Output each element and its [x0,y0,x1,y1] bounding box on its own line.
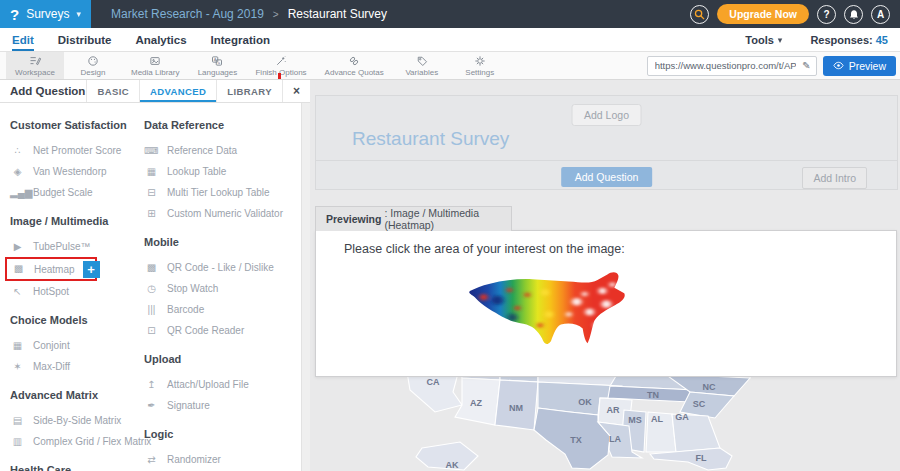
translate-icon: Aa [211,55,223,67]
bar-scale-icon: ▂▄▆ [10,188,25,198]
breadcrumb-parent[interactable]: Market Research - Aug 2019 [111,7,264,21]
tool-workspace[interactable]: Workspace [6,52,64,79]
tool-media-library[interactable]: Media Library [122,52,188,79]
tab-integration[interactable]: Integration [211,28,270,51]
panel-item-van-westendorp[interactable]: ◈Van Westendorp [10,161,144,182]
panel-item-custom-numeric-validator[interactable]: ⊞Custom Numeric Validator [144,203,300,224]
tab-distribute[interactable]: Distribute [58,28,112,51]
price-tag-icon: ◈ [10,167,25,177]
panel-item-signature[interactable]: ✒Signature [144,395,300,416]
panel-item-heatmap[interactable]: ▩Heatmap+ [5,257,97,281]
panel-item-label: Conjoint [33,340,70,351]
tab-analytics[interactable]: Analytics [135,28,186,51]
close-icon[interactable]: × [282,80,310,102]
add-question-panel: Add Question BASIC ADVANCED LIBRARY × Cu… [0,80,310,471]
edit-url-icon[interactable]: ✎ [802,60,810,71]
workspace-icon [29,55,41,67]
section-title-upload: Upload [144,353,300,365]
bell-icon [849,9,859,20]
links-icon [348,55,360,67]
nav-right: Tools ▾ Responses:45 [745,28,888,51]
panel-item-randomizer[interactable]: ⇄Randomizer [144,449,300,470]
tool-finish-options[interactable]: Finish Options [246,52,315,79]
panel-item-multi-tier-lookup-table[interactable]: ⊟Multi Tier Lookup Table [144,182,300,203]
panel-item-label: Van Westendorp [33,166,107,177]
add-intro-button[interactable]: Add Intro [802,167,867,189]
panel-item-net-promoter-score[interactable]: ∴Net Promoter Score [10,140,144,161]
add-logo-button[interactable]: Add Logo [571,104,642,126]
tool-languages[interactable]: Aa Languages [188,52,246,79]
panel-item-budget-scale[interactable]: ▂▄▆Budget Scale [10,182,144,203]
breadcrumb: Market Research - Aug 2019 > Restaurant … [111,7,387,21]
avatar[interactable]: A [871,5,890,24]
tag-icon [416,55,428,67]
reference-data-icon: ⌨ [144,146,159,156]
tool-variables[interactable]: Variables [393,52,451,79]
panel-item-max-diff[interactable]: ✶Max-Diff [10,356,144,377]
notifications-button[interactable] [844,5,863,24]
panel-item-qr-code-like-dislike[interactable]: ▩QR Code - Like / Dislike [144,257,300,278]
surveys-menu[interactable]: ? Surveys ▾ [0,0,91,28]
responses-label: Responses: [810,34,872,46]
tab-edit[interactable]: Edit [12,28,34,51]
tool-settings[interactable]: Settings [451,52,509,79]
upgrade-now-button[interactable]: Upgrade Now [717,4,809,24]
panel-item-side-by-side-matrix[interactable]: ▤Side-By-Side Matrix [10,410,144,431]
add-heatmap-button[interactable]: + [83,261,100,278]
panel-item-complex-grid-flex-matrix[interactable]: ▥Complex Grid / Flex Matrix [10,431,144,452]
search-button[interactable] [690,5,709,24]
state-label-al: AL [651,414,663,424]
palette-icon [87,55,99,67]
tool-advance-quotas[interactable]: Advance Quotas [316,52,393,79]
tools-menu[interactable]: Tools ▾ [745,34,782,46]
panel-item-attach-upload-file[interactable]: ↥Attach/Upload File [144,374,300,395]
state-label-sc: SC [693,399,706,409]
tool-design[interactable]: Design [64,52,122,79]
section-title-logic: Logic [144,428,300,440]
tab-basic[interactable]: BASIC [86,80,139,102]
survey-url-input[interactable] [653,59,799,72]
survey-url-box: ✎ [647,56,817,76]
panel-item-label: Multi Tier Lookup Table [167,187,270,198]
panel-item-hotspot[interactable]: ↖HotSpot [10,281,144,302]
panel-item-reference-data[interactable]: ⌨Reference Data [144,140,300,161]
panel-item-label: Side-By-Side Matrix [33,415,121,426]
state-label-tx: TX [570,435,582,445]
survey-workspace: CAAZNMOKARTNNCSCMSALGATXLAFLAK Add Logo … [310,80,900,471]
toolbar-right: ✎ Preview [647,52,900,79]
surveys-label: Surveys [26,7,69,21]
panel-item-label: Randomizer [167,454,221,465]
section-title-image-multimedia: Image / Multimedia [10,215,144,227]
divider [316,160,897,161]
panel-item-label: Custom Numeric Validator [167,208,283,219]
help-button[interactable]: ? [817,5,836,24]
panel-item-label: Attach/Upload File [167,379,249,390]
panel-item-label: Reference Data [167,145,237,156]
state-label-ga: GA [675,412,689,422]
eye-icon [833,61,844,70]
barcode-icon: ||| [144,305,159,315]
required-marker [278,73,281,79]
gear-icon [474,55,486,67]
tab-library[interactable]: LIBRARY [216,80,282,102]
nps-icon: ∴ [10,146,25,156]
panel-item-barcode[interactable]: |||Barcode [144,299,300,320]
preview-button[interactable]: Preview [823,56,896,76]
panel-item-conjoint[interactable]: ▦Conjoint [10,335,144,356]
panel-item-label: Complex Grid / Flex Matrix [33,436,151,447]
panel-item-qr-code-reader[interactable]: ⊡QR Code Reader [144,320,300,341]
panel-item-stop-watch[interactable]: ◷Stop Watch [144,278,300,299]
panel-title: Add Question [0,80,86,102]
panel-item-lookup-table[interactable]: ▦Lookup Table [144,161,300,182]
tab-advanced[interactable]: ADVANCED [139,80,216,102]
usa-heatmap-image[interactable] [458,269,646,355]
add-question-button[interactable]: Add Question [561,167,653,187]
panel-scrollbar[interactable] [301,103,310,471]
search-icon [694,9,705,20]
responses-link[interactable]: Responses:45 [810,34,888,46]
panel-item-label: Signature [167,400,210,411]
image-icon [149,55,161,67]
panel-item-tubepulse[interactable]: ▶TubePulse™ [10,236,144,257]
randomizer-icon: ⇄ [144,455,159,465]
panel-item-label: Max-Diff [33,361,70,372]
